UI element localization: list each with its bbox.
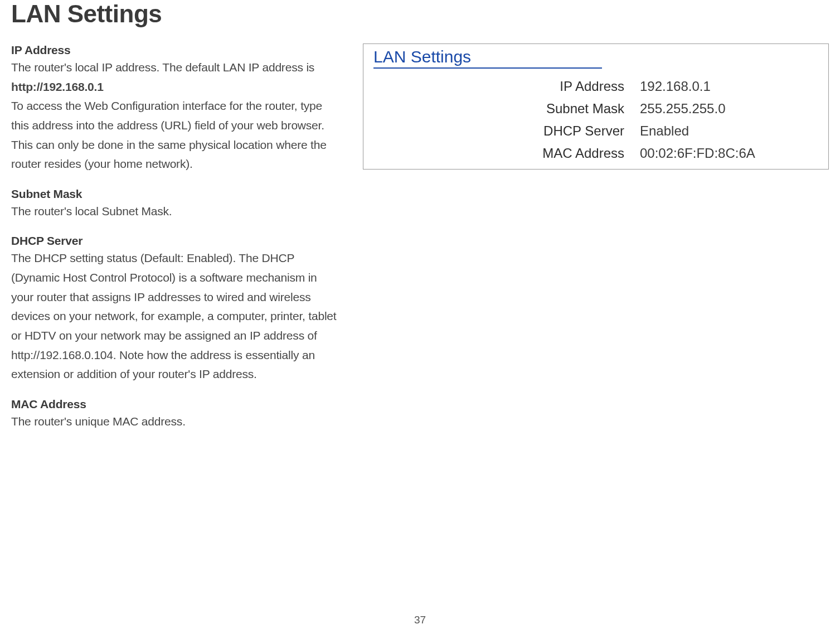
body-subnet-mask: The router's local Subnet Mask. bbox=[11, 202, 341, 221]
text-ip-address-bold: http://192.168.0.1 bbox=[11, 78, 341, 97]
body-mac-address: The router's unique MAC address. bbox=[11, 412, 341, 432]
label-dhcp-server: DHCP Server bbox=[373, 123, 640, 139]
body-ip-address: The router's local IP address. The defau… bbox=[11, 58, 341, 174]
section-mac-address: MAC Address The router's unique MAC addr… bbox=[11, 398, 341, 432]
section-subnet-mask: Subnet Mask The router's local Subnet Ma… bbox=[11, 187, 341, 221]
lan-settings-panel: LAN Settings IP Address 192.168.0.1 Subn… bbox=[363, 43, 829, 170]
text-ip-address-1: The router's local IP address. The defau… bbox=[11, 61, 314, 74]
value-dhcp-server: Enabled bbox=[640, 123, 689, 139]
row-ip-address: IP Address 192.168.0.1 bbox=[373, 79, 818, 94]
section-dhcp-server: DHCP Server The DHCP setting status (Def… bbox=[11, 234, 341, 384]
heading-mac-address: MAC Address bbox=[11, 398, 341, 411]
value-ip-address: 192.168.0.1 bbox=[640, 79, 711, 94]
heading-ip-address: IP Address bbox=[11, 43, 341, 57]
text-ip-address-2: To access the Web Configuration interfac… bbox=[11, 99, 327, 170]
row-mac-address: MAC Address 00:02:6F:FD:8C:6A bbox=[373, 146, 818, 161]
value-subnet-mask: 255.255.255.0 bbox=[640, 101, 725, 117]
section-ip-address: IP Address The router's local IP address… bbox=[11, 43, 341, 174]
label-subnet-mask: Subnet Mask bbox=[373, 101, 640, 117]
row-subnet-mask: Subnet Mask 255.255.255.0 bbox=[373, 101, 818, 117]
heading-subnet-mask: Subnet Mask bbox=[11, 187, 341, 201]
heading-dhcp-server: DHCP Server bbox=[11, 234, 341, 248]
value-mac-address: 00:02:6F:FD:8C:6A bbox=[640, 146, 755, 161]
body-dhcp-server: The DHCP setting status (Default: Enable… bbox=[11, 249, 341, 384]
label-mac-address: MAC Address bbox=[373, 146, 640, 161]
row-dhcp-server: DHCP Server Enabled bbox=[373, 123, 818, 139]
page-number: 37 bbox=[0, 614, 840, 626]
label-ip-address: IP Address bbox=[373, 79, 640, 94]
page-title: LAN Settings bbox=[11, 0, 829, 28]
panel-title: LAN Settings bbox=[373, 47, 602, 69]
description-column: IP Address The router's local IP address… bbox=[11, 43, 341, 445]
